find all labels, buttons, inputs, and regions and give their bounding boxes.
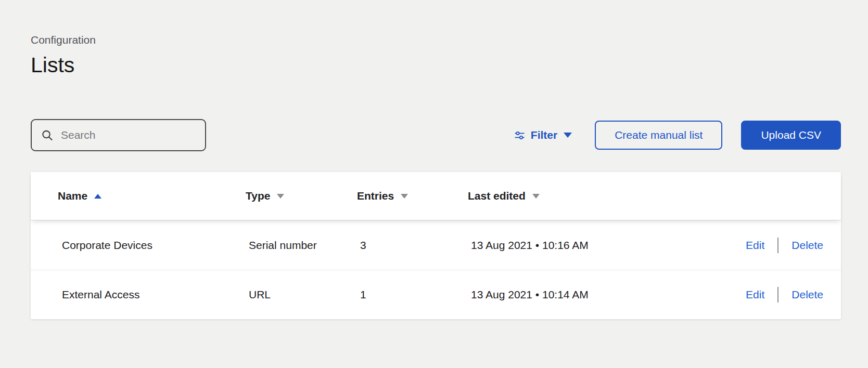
lists-table: Name Type Entries Last edited Corporate … bbox=[31, 172, 841, 319]
column-header-type[interactable]: Type bbox=[246, 190, 357, 202]
row-actions: Edit Delete bbox=[738, 287, 841, 303]
list-type-cell: Serial number bbox=[246, 239, 357, 252]
column-header-name[interactable]: Name bbox=[31, 190, 246, 202]
search-input[interactable] bbox=[31, 119, 206, 151]
action-divider bbox=[777, 238, 778, 253]
edit-link[interactable]: Edit bbox=[746, 239, 764, 252]
sort-desc-icon bbox=[277, 194, 284, 199]
breadcrumb: Configuration bbox=[31, 33, 841, 46]
toolbar: Filter Create manual list Upload CSV bbox=[31, 119, 841, 151]
list-entries-cell: 1 bbox=[357, 288, 468, 301]
column-header-type-label: Type bbox=[246, 190, 270, 202]
edit-link[interactable]: Edit bbox=[746, 288, 764, 301]
filter-dropdown[interactable]: Filter bbox=[514, 129, 572, 141]
sort-asc-icon bbox=[94, 194, 101, 199]
filter-sliders-icon bbox=[514, 130, 525, 141]
upload-csv-button[interactable]: Upload CSV bbox=[741, 121, 841, 150]
filter-label: Filter bbox=[531, 129, 557, 141]
column-header-last-edited[interactable]: Last edited bbox=[468, 190, 738, 202]
table-row: Corporate Devices Serial number 3 13 Aug… bbox=[31, 220, 841, 270]
table-row: External Access URL 1 13 Aug 2021 • 10:1… bbox=[31, 270, 841, 319]
create-manual-list-button[interactable]: Create manual list bbox=[595, 121, 722, 150]
page-content: Configuration Lists Filter Create manua bbox=[31, 0, 841, 319]
toolbar-actions: Filter Create manual list Upload CSV bbox=[514, 121, 841, 150]
list-type-cell: URL bbox=[246, 288, 357, 301]
action-divider bbox=[777, 287, 778, 303]
list-name-cell: External Access bbox=[31, 288, 246, 301]
column-header-entries-label: Entries bbox=[357, 190, 394, 202]
list-name-cell: Corporate Devices bbox=[31, 239, 246, 252]
list-last-edited-cell: 13 Aug 2021 • 10:14 AM bbox=[468, 288, 738, 301]
row-actions: Edit Delete bbox=[738, 238, 841, 253]
delete-link[interactable]: Delete bbox=[792, 239, 823, 252]
caret-down-icon bbox=[564, 133, 572, 138]
column-header-entries[interactable]: Entries bbox=[357, 190, 468, 202]
sort-desc-icon bbox=[532, 194, 540, 199]
column-header-last-edited-label: Last edited bbox=[468, 190, 526, 202]
delete-link[interactable]: Delete bbox=[792, 288, 823, 301]
sort-desc-icon bbox=[401, 194, 408, 199]
list-entries-cell: 3 bbox=[357, 239, 468, 252]
search-field-wrap bbox=[31, 119, 206, 151]
table-header-row: Name Type Entries Last edited bbox=[31, 172, 841, 220]
column-header-name-label: Name bbox=[58, 190, 87, 202]
list-last-edited-cell: 13 Aug 2021 • 10:16 AM bbox=[468, 239, 738, 252]
page-title: Lists bbox=[31, 54, 841, 77]
